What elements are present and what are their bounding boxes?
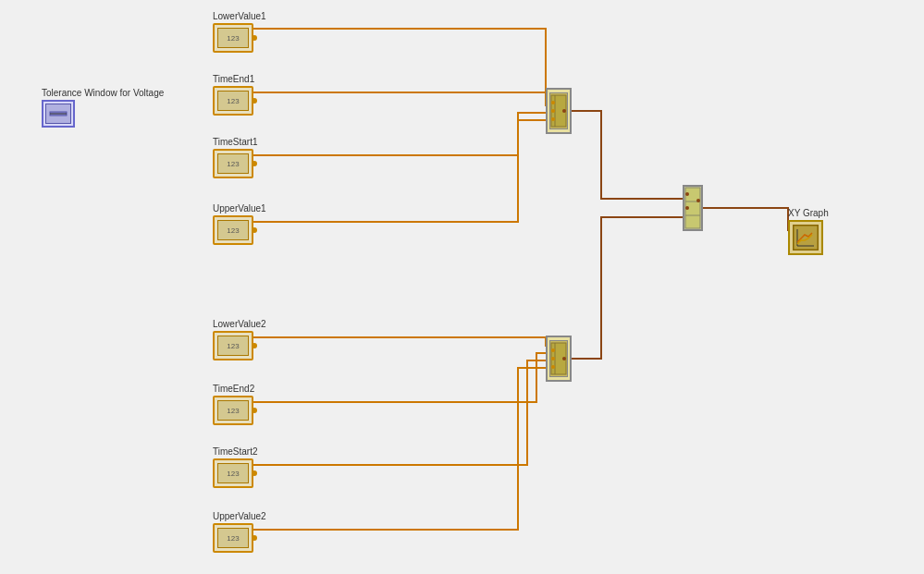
xy-graph-inner	[793, 225, 819, 250]
svg-point-12	[551, 365, 555, 369]
time-start1-label: TimeStart1	[213, 137, 258, 147]
bundle2-block[interactable]	[546, 336, 572, 382]
lower-value1-label: LowerValue1	[213, 11, 266, 21]
time-end2-block: 123	[213, 396, 253, 425]
bundle1-svg	[550, 94, 567, 128]
tolerance-label: Tolerance Window for Voltage	[42, 88, 164, 98]
time-end2-inner: 123	[217, 400, 249, 421]
svg-point-6	[551, 117, 555, 121]
block-diagram-canvas: Tolerance Window for Voltage LowerValue1…	[0, 0, 924, 574]
tolerance-inner-icon	[48, 106, 68, 121]
upper-value2-connector	[252, 535, 257, 541]
bundle2-icon	[549, 340, 568, 377]
time-end1-block: 123	[213, 86, 253, 116]
lower-value2-label: LowerValue2	[213, 319, 266, 329]
time-end2-connector	[252, 408, 257, 413]
bundle1-icon	[549, 92, 568, 129]
wires-layer	[0, 0, 924, 574]
time-start1-inner: 123	[217, 153, 249, 174]
build-array-block[interactable]	[683, 185, 703, 231]
svg-point-13	[562, 357, 566, 360]
time-start1-block: 123	[213, 149, 253, 178]
time-end2-label: TimeEnd2	[213, 384, 254, 394]
svg-point-5	[551, 109, 555, 113]
xy-graph-label: XY Graph	[788, 208, 829, 218]
time-start2-node[interactable]: TimeStart2 123	[213, 446, 258, 488]
lower-value1-block: 123	[213, 23, 253, 53]
lower-value2-inner: 123	[217, 336, 249, 356]
svg-point-17	[685, 192, 689, 196]
upper-value1-connector	[252, 227, 257, 233]
time-start1-connector	[252, 161, 257, 166]
lower-value2-connector	[252, 343, 257, 348]
time-end2-node[interactable]: TimeEnd2 123	[213, 384, 254, 425]
lower-value1-inner: 123	[217, 28, 249, 48]
time-end1-node[interactable]: TimeEnd1 123	[213, 74, 254, 116]
upper-value2-inner: 123	[217, 528, 249, 548]
upper-value1-inner: 123	[217, 220, 249, 240]
lower-value2-block: 123	[213, 331, 253, 360]
time-start2-block: 123	[213, 458, 253, 488]
lower-value1-node[interactable]: LowerValue1 123	[213, 11, 266, 53]
upper-value1-block: 123	[213, 215, 253, 245]
upper-value2-label: UpperValue2	[213, 511, 266, 521]
bundle1-block[interactable]	[546, 88, 572, 134]
bundle2-svg	[550, 342, 567, 375]
svg-point-19	[696, 199, 700, 202]
xy-graph-svg	[794, 226, 818, 250]
upper-value2-node[interactable]: UpperValue2 123	[213, 511, 266, 553]
xy-graph-node[interactable]: XY Graph	[788, 208, 829, 255]
svg-point-10	[551, 348, 555, 352]
svg-point-7	[562, 109, 566, 113]
svg-point-11	[551, 357, 555, 360]
svg-point-4	[551, 101, 555, 104]
lower-value2-node[interactable]: LowerValue2 123	[213, 319, 266, 360]
lower-value1-connector	[252, 35, 257, 41]
xy-graph-block	[788, 220, 823, 255]
upper-value1-label: UpperValue1	[213, 203, 266, 214]
time-start2-connector	[252, 470, 257, 476]
time-end1-label: TimeEnd1	[213, 74, 254, 84]
time-start1-node[interactable]: TimeStart1 123	[213, 137, 258, 178]
tolerance-window-block[interactable]: Tolerance Window for Voltage	[42, 88, 164, 128]
time-start2-inner: 123	[217, 463, 249, 483]
upper-value2-block: 123	[213, 523, 253, 553]
svg-point-18	[685, 206, 689, 210]
tolerance-icon	[42, 100, 75, 128]
build-array-svg	[684, 187, 701, 229]
upper-value1-node[interactable]: UpperValue1 123	[213, 203, 266, 245]
time-end1-inner: 123	[217, 91, 249, 111]
time-end1-connector	[252, 98, 257, 104]
time-start2-label: TimeStart2	[213, 446, 258, 457]
